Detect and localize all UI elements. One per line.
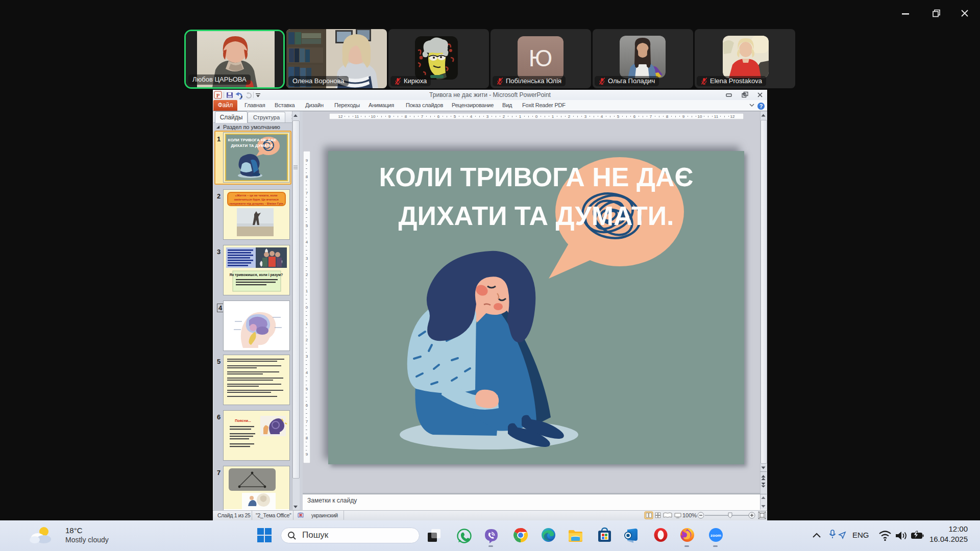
- svg-text:8: 8: [666, 114, 669, 119]
- svg-text:5: 5: [617, 114, 620, 119]
- svg-text:закінчиться буря. Це вчитися: закінчиться буря. Це вчитися: [234, 198, 279, 201]
- svg-text:1: 1: [519, 114, 522, 119]
- svg-text:2: 2: [503, 114, 505, 119]
- svg-text:5: 5: [306, 223, 308, 228]
- svg-text:3: 3: [306, 354, 308, 359]
- svg-text:4: 4: [306, 370, 308, 375]
- svg-text:zoom: zoom: [710, 533, 721, 538]
- svg-text:Як тривожишся, коли і разум?: Як тривожишся, коли і разум?: [230, 273, 283, 277]
- svg-text:9: 9: [306, 158, 308, 163]
- svg-text:танцювати під дощем» - Вівіан: танцювати під дощем» - Вівіан Грін: [229, 202, 283, 205]
- svg-text:8: 8: [306, 174, 308, 179]
- svg-text:2: 2: [568, 114, 571, 119]
- svg-text:6: 6: [437, 114, 440, 119]
- svg-text:2: 2: [306, 338, 308, 342]
- svg-text:4: 4: [470, 114, 473, 119]
- svg-text:9: 9: [388, 114, 391, 119]
- svg-text:7: 7: [421, 114, 424, 119]
- svg-text:7: 7: [306, 191, 308, 195]
- svg-text:4: 4: [306, 240, 308, 244]
- svg-text:«Життя – це не чекати, коли: «Життя – це не чекати, коли: [235, 194, 278, 197]
- svg-text:7: 7: [306, 419, 308, 424]
- svg-text:3: 3: [306, 256, 308, 261]
- svg-text:12: 12: [338, 114, 343, 119]
- svg-text:3: 3: [486, 114, 489, 119]
- svg-text:6: 6: [306, 403, 308, 408]
- svg-text:9: 9: [306, 452, 308, 457]
- svg-text:11: 11: [714, 114, 719, 119]
- svg-text:1: 1: [306, 321, 308, 326]
- svg-text:ДИХАТИ ТА ДУМАТИ.: ДИХАТИ ТА ДУМАТИ.: [231, 143, 273, 148]
- svg-text:10: 10: [698, 114, 702, 119]
- svg-text:КОЛИ ТРИВОГА НЕ ДАЄ: КОЛИ ТРИВОГА НЕ ДАЄ: [228, 138, 277, 142]
- svg-text:12: 12: [730, 114, 735, 119]
- svg-text:?: ?: [760, 103, 763, 109]
- svg-text:0: 0: [535, 114, 538, 119]
- svg-text:1: 1: [552, 114, 554, 119]
- svg-text:4: 4: [601, 114, 603, 119]
- svg-text:6: 6: [633, 114, 636, 119]
- svg-text:Поясни...: Поясни...: [235, 419, 251, 422]
- svg-text:3: 3: [584, 114, 587, 119]
- svg-text:5: 5: [454, 114, 456, 119]
- svg-text:9: 9: [682, 114, 685, 119]
- svg-text:2: 2: [306, 272, 308, 277]
- svg-text:8: 8: [405, 114, 407, 119]
- svg-text:8: 8: [306, 436, 308, 440]
- svg-text:5: 5: [306, 387, 308, 391]
- svg-text:6: 6: [306, 207, 308, 212]
- svg-text:11: 11: [355, 114, 359, 119]
- svg-text:0: 0: [306, 305, 308, 310]
- svg-text:10: 10: [371, 114, 376, 119]
- svg-text:1: 1: [306, 289, 308, 293]
- svg-text:7: 7: [650, 114, 652, 119]
